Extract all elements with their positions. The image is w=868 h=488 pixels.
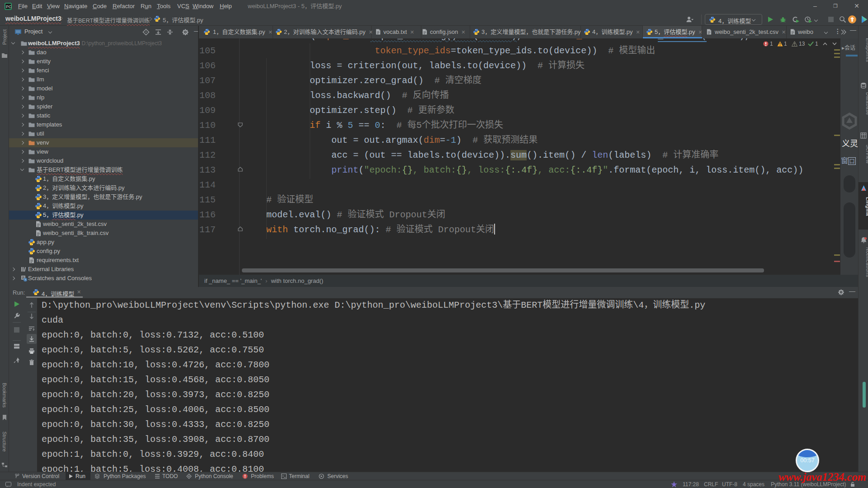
svg-text:PC: PC: [6, 5, 12, 9]
